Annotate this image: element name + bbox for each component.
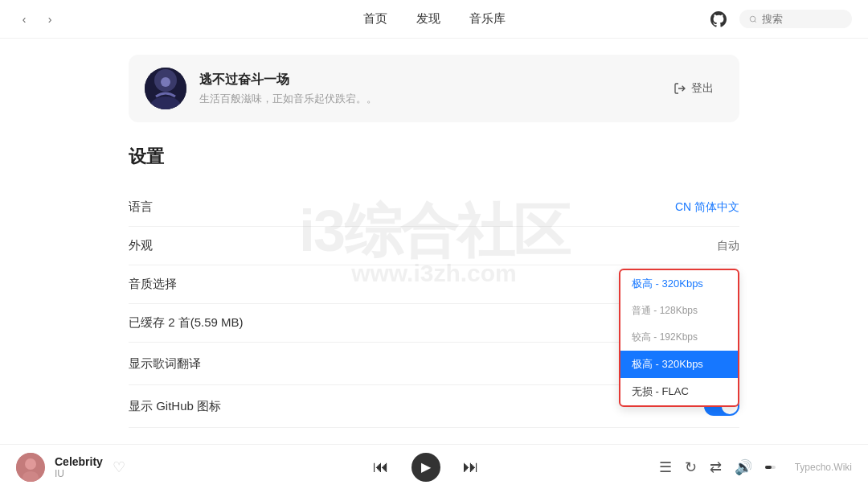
appearance-row: 外观 自动 xyxy=(129,227,739,265)
language-value[interactable]: CN 简体中文 xyxy=(675,200,739,215)
playlist-icon[interactable]: ☰ xyxy=(659,458,672,476)
volume-icon[interactable]: 🔊 xyxy=(735,458,752,476)
svg-point-4 xyxy=(161,77,170,87)
user-name: 逃不过奋斗一场 xyxy=(199,72,664,88)
nav-discover[interactable]: 发现 xyxy=(416,11,440,27)
player-artist: IU xyxy=(55,468,103,479)
user-card: 逃不过奋斗一场 生活百般滋味，正如音乐起伏跌宕。。 登出 xyxy=(129,55,739,122)
top-nav: ‹ › 首页 发现 音乐库 xyxy=(0,0,868,39)
dropdown-item-2[interactable]: 较高 - 192Kbps xyxy=(620,324,738,351)
logout-button[interactable]: 登出 xyxy=(664,76,723,101)
brand-label: Typecho.Wiki xyxy=(795,462,852,473)
shuffle-icon[interactable]: ⇄ xyxy=(710,458,722,476)
appearance-value[interactable]: 自动 xyxy=(717,239,739,253)
nav-center: 首页 发现 音乐库 xyxy=(363,11,506,27)
svg-point-6 xyxy=(25,458,36,470)
appearance-label: 外观 xyxy=(129,238,717,253)
prev-button[interactable]: ⏮ xyxy=(373,458,389,476)
volume-bar[interactable] xyxy=(765,466,776,469)
player-song-details: Celebrity IU xyxy=(55,455,103,479)
forward-button[interactable]: › xyxy=(42,11,58,27)
audio-quality-label: 音质选择 xyxy=(129,277,662,292)
dropdown-item-1[interactable]: 普通 - 128Kbps xyxy=(620,298,738,324)
search-input[interactable] xyxy=(762,13,842,25)
user-avatar xyxy=(145,68,186,109)
player-song-name: Celebrity xyxy=(55,455,103,468)
settings-title: 设置 xyxy=(129,145,739,169)
nav-right xyxy=(709,10,852,29)
play-pause-button[interactable]: ▶ xyxy=(411,453,440,482)
repeat-icon[interactable]: ↻ xyxy=(685,458,697,476)
user-desc: 生活百般滋味，正如音乐起伏跌宕。。 xyxy=(199,92,664,106)
volume-fill xyxy=(765,466,772,469)
nav-arrows: ‹ › xyxy=(16,11,58,27)
user-info: 逃不过奋斗一场 生活百般滋味，正如音乐起伏跌宕。。 xyxy=(199,72,664,106)
dropdown-item-0[interactable]: 极高 - 320Kbps xyxy=(620,270,738,298)
audio-quality-dropdown-wrapper: 极高 - 320Kbps 极高 - 320Kbps 普通 - 128Kbps 较… xyxy=(662,277,739,292)
player-heart-button[interactable]: ♡ xyxy=(113,458,125,476)
language-label: 语言 xyxy=(129,199,675,215)
logout-icon xyxy=(674,82,686,95)
settings-section: 设置 语言 CN 简体中文 外观 自动 音质选择 极高 - 320Kbps 极高… xyxy=(129,145,739,428)
dropdown-item-4[interactable]: 无损 - FLAC xyxy=(620,378,738,405)
back-button[interactable]: ‹ xyxy=(16,11,32,27)
search-box[interactable] xyxy=(739,10,852,28)
audio-quality-dropdown[interactable]: 极高 - 320Kbps 普通 - 128Kbps 较高 - 192Kbps 极… xyxy=(619,269,739,407)
nav-library[interactable]: 音乐库 xyxy=(469,11,506,27)
nav-home[interactable]: 首页 xyxy=(363,11,387,27)
github-icon[interactable] xyxy=(709,10,728,29)
bottom-player: Celebrity IU ♡ ⏮ ▶ ⏭ ☰ ↻ ⇄ 🔊 Typecho.Wik… xyxy=(0,444,868,489)
next-button[interactable]: ⏭ xyxy=(463,458,479,476)
language-row: 语言 CN 简体中文 xyxy=(129,188,739,227)
svg-point-0 xyxy=(750,16,755,22)
player-controls: ⏮ ▶ ⏭ xyxy=(206,453,646,482)
player-album-art xyxy=(16,453,45,482)
player-track-info: Celebrity IU ♡ xyxy=(16,453,193,482)
audio-quality-row: 音质选择 极高 - 320Kbps 极高 - 320Kbps 普通 - 128K… xyxy=(129,265,739,304)
cached-label: 已缓存 2 首(5.59 MB) xyxy=(129,315,672,331)
github-label: 显示 GitHub 图标 xyxy=(129,399,704,414)
player-right-controls: ☰ ↻ ⇄ 🔊 Typecho.Wiki xyxy=(659,458,852,476)
main-content: 逃不过奋斗一场 生活百般滋味，正如音乐起伏跌宕。。 登出 设置 语言 CN 简体… xyxy=(0,39,868,444)
dropdown-item-3[interactable]: 极高 - 320Kbps xyxy=(620,351,738,378)
search-icon xyxy=(749,14,757,25)
lyrics-label: 显示歌词翻译 xyxy=(129,356,704,372)
